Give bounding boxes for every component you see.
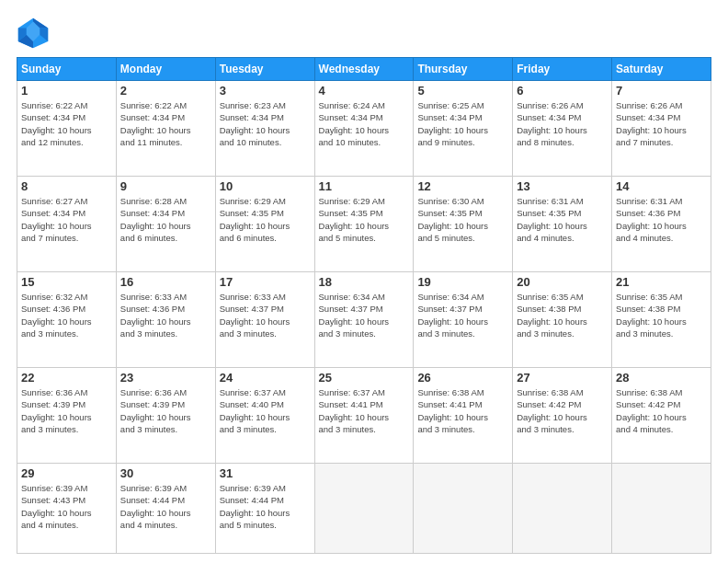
day-info: Sunrise: 6:34 AM Sunset: 4:37 PM Dayligh…: [319, 291, 410, 339]
day-cell: 10Sunrise: 6:29 AM Sunset: 4:35 PM Dayli…: [215, 177, 314, 272]
day-number: 30: [120, 466, 211, 480]
column-header-friday: Friday: [513, 58, 612, 81]
day-info: Sunrise: 6:26 AM Sunset: 4:34 PM Dayligh…: [517, 99, 608, 148]
day-number: 19: [417, 275, 508, 289]
day-number: 14: [616, 179, 707, 193]
day-cell: 18Sunrise: 6:34 AM Sunset: 4:37 PM Dayli…: [314, 272, 414, 368]
week-row-3: 15Sunrise: 6:32 AM Sunset: 4:36 PM Dayli…: [17, 272, 711, 368]
day-info: Sunrise: 6:26 AM Sunset: 4:34 PM Dayligh…: [616, 99, 707, 148]
week-row-2: 8Sunrise: 6:27 AM Sunset: 4:34 PM Daylig…: [17, 177, 711, 272]
day-number: 20: [517, 275, 608, 289]
day-info: Sunrise: 6:38 AM Sunset: 4:42 PM Dayligh…: [517, 386, 608, 435]
day-number: 18: [319, 275, 410, 289]
day-number: 17: [220, 275, 311, 289]
day-cell: 5Sunrise: 6:25 AM Sunset: 4:34 PM Daylig…: [414, 81, 513, 177]
week-row-1: 1Sunrise: 6:22 AM Sunset: 4:34 PM Daylig…: [17, 81, 711, 177]
day-info: Sunrise: 6:22 AM Sunset: 4:34 PM Dayligh…: [120, 99, 211, 148]
day-cell: 23Sunrise: 6:36 AM Sunset: 4:39 PM Dayli…: [116, 368, 215, 464]
day-number: 21: [616, 275, 707, 289]
day-cell: 25Sunrise: 6:37 AM Sunset: 4:41 PM Dayli…: [314, 368, 414, 464]
day-number: 16: [120, 275, 211, 289]
column-header-monday: Monday: [116, 58, 215, 81]
day-cell: [612, 464, 711, 554]
logo-icon: [17, 17, 50, 50]
day-cell: 17Sunrise: 6:33 AM Sunset: 4:37 PM Dayli…: [215, 272, 314, 368]
day-cell: 4Sunrise: 6:24 AM Sunset: 4:34 PM Daylig…: [314, 81, 414, 177]
day-cell: 8Sunrise: 6:27 AM Sunset: 4:34 PM Daylig…: [17, 177, 117, 272]
day-cell: 9Sunrise: 6:28 AM Sunset: 4:34 PM Daylig…: [116, 177, 215, 272]
day-number: 10: [220, 179, 311, 193]
column-header-sunday: Sunday: [17, 58, 117, 81]
day-number: 12: [417, 179, 508, 193]
day-cell: 3Sunrise: 6:23 AM Sunset: 4:34 PM Daylig…: [215, 81, 314, 177]
day-info: Sunrise: 6:36 AM Sunset: 4:39 PM Dayligh…: [120, 386, 211, 435]
day-number: 9: [120, 179, 211, 193]
day-info: Sunrise: 6:38 AM Sunset: 4:42 PM Dayligh…: [616, 386, 707, 435]
day-cell: 13Sunrise: 6:31 AM Sunset: 4:35 PM Dayli…: [513, 177, 612, 272]
day-number: 5: [417, 84, 508, 98]
day-info: Sunrise: 6:37 AM Sunset: 4:41 PM Dayligh…: [319, 386, 410, 435]
day-info: Sunrise: 6:39 AM Sunset: 4:43 PM Dayligh…: [21, 482, 112, 531]
day-number: 26: [417, 371, 508, 385]
day-info: Sunrise: 6:29 AM Sunset: 4:35 PM Dayligh…: [319, 195, 410, 244]
day-cell: 12Sunrise: 6:30 AM Sunset: 4:35 PM Dayli…: [414, 177, 513, 272]
day-number: 2: [120, 84, 211, 98]
day-info: Sunrise: 6:23 AM Sunset: 4:34 PM Dayligh…: [220, 99, 311, 148]
day-number: 11: [319, 179, 410, 193]
column-header-tuesday: Tuesday: [215, 58, 314, 81]
day-number: 1: [21, 84, 112, 98]
day-number: 22: [21, 371, 112, 385]
day-info: Sunrise: 6:31 AM Sunset: 4:35 PM Dayligh…: [517, 195, 608, 244]
column-header-wednesday: Wednesday: [314, 58, 414, 81]
column-header-thursday: Thursday: [414, 58, 513, 81]
day-cell: 11Sunrise: 6:29 AM Sunset: 4:35 PM Dayli…: [314, 177, 414, 272]
day-info: Sunrise: 6:30 AM Sunset: 4:35 PM Dayligh…: [417, 195, 508, 244]
day-info: Sunrise: 6:29 AM Sunset: 4:35 PM Dayligh…: [220, 195, 311, 244]
column-header-saturday: Saturday: [612, 58, 711, 81]
day-cell: 31Sunrise: 6:39 AM Sunset: 4:44 PM Dayli…: [215, 464, 314, 554]
day-cell: 22Sunrise: 6:36 AM Sunset: 4:39 PM Dayli…: [17, 368, 117, 464]
day-cell: 15Sunrise: 6:32 AM Sunset: 4:36 PM Dayli…: [17, 272, 117, 368]
day-number: 3: [220, 84, 311, 98]
day-info: Sunrise: 6:38 AM Sunset: 4:41 PM Dayligh…: [417, 386, 508, 435]
day-number: 27: [517, 371, 608, 385]
day-info: Sunrise: 6:25 AM Sunset: 4:34 PM Dayligh…: [417, 99, 508, 148]
day-cell: 16Sunrise: 6:33 AM Sunset: 4:36 PM Dayli…: [116, 272, 215, 368]
day-cell: 26Sunrise: 6:38 AM Sunset: 4:41 PM Dayli…: [414, 368, 513, 464]
day-number: 31: [220, 466, 311, 480]
day-number: 15: [21, 275, 112, 289]
day-info: Sunrise: 6:33 AM Sunset: 4:36 PM Dayligh…: [120, 291, 211, 339]
day-cell: 27Sunrise: 6:38 AM Sunset: 4:42 PM Dayli…: [513, 368, 612, 464]
day-number: 28: [616, 371, 707, 385]
day-info: Sunrise: 6:22 AM Sunset: 4:34 PM Dayligh…: [21, 99, 112, 148]
day-number: 24: [220, 371, 311, 385]
day-cell: 30Sunrise: 6:39 AM Sunset: 4:44 PM Dayli…: [116, 464, 215, 554]
day-info: Sunrise: 6:24 AM Sunset: 4:34 PM Dayligh…: [319, 99, 410, 148]
day-cell: 1Sunrise: 6:22 AM Sunset: 4:34 PM Daylig…: [17, 81, 117, 177]
day-cell: 24Sunrise: 6:37 AM Sunset: 4:40 PM Dayli…: [215, 368, 314, 464]
day-cell: 14Sunrise: 6:31 AM Sunset: 4:36 PM Dayli…: [612, 177, 711, 272]
day-info: Sunrise: 6:33 AM Sunset: 4:37 PM Dayligh…: [220, 291, 311, 339]
day-cell: 2Sunrise: 6:22 AM Sunset: 4:34 PM Daylig…: [116, 81, 215, 177]
day-number: 25: [319, 371, 410, 385]
day-cell: 20Sunrise: 6:35 AM Sunset: 4:38 PM Dayli…: [513, 272, 612, 368]
day-cell: 28Sunrise: 6:38 AM Sunset: 4:42 PM Dayli…: [612, 368, 711, 464]
day-number: 6: [517, 84, 608, 98]
day-info: Sunrise: 6:39 AM Sunset: 4:44 PM Dayligh…: [220, 482, 311, 531]
day-info: Sunrise: 6:37 AM Sunset: 4:40 PM Dayligh…: [220, 386, 311, 435]
day-info: Sunrise: 6:28 AM Sunset: 4:34 PM Dayligh…: [120, 195, 211, 244]
day-info: Sunrise: 6:31 AM Sunset: 4:36 PM Dayligh…: [616, 195, 707, 244]
day-cell: 19Sunrise: 6:34 AM Sunset: 4:37 PM Dayli…: [414, 272, 513, 368]
header-row: SundayMondayTuesdayWednesdayThursdayFrid…: [17, 58, 711, 81]
day-info: Sunrise: 6:32 AM Sunset: 4:36 PM Dayligh…: [21, 291, 112, 339]
day-number: 7: [616, 84, 707, 98]
day-info: Sunrise: 6:39 AM Sunset: 4:44 PM Dayligh…: [120, 482, 211, 531]
day-cell: [314, 464, 414, 554]
week-row-4: 22Sunrise: 6:36 AM Sunset: 4:39 PM Dayli…: [17, 368, 711, 464]
day-number: 8: [21, 179, 112, 193]
calendar: SundayMondayTuesdayWednesdayThursdayFrid…: [17, 57, 711, 554]
day-cell: [513, 464, 612, 554]
week-row-5: 29Sunrise: 6:39 AM Sunset: 4:43 PM Dayli…: [17, 464, 711, 554]
day-info: Sunrise: 6:34 AM Sunset: 4:37 PM Dayligh…: [417, 291, 508, 339]
page: SundayMondayTuesdayWednesdayThursdayFrid…: [0, 0, 728, 563]
